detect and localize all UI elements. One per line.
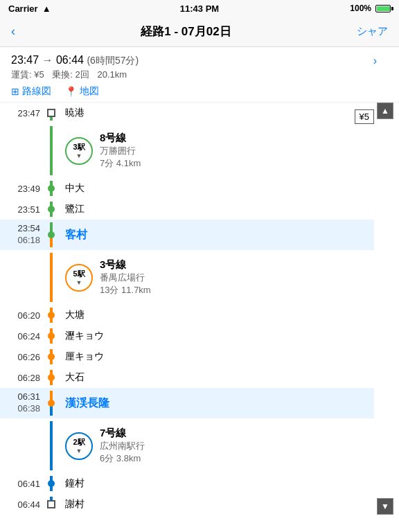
station-name: 大石 bbox=[65, 371, 85, 384]
station-row: 06:3106:38 漢渓長隆 bbox=[0, 388, 374, 418]
seg-train-info: 8号線 万勝囲行 7分 4.1km bbox=[100, 132, 141, 170]
seg-train-detail: 13分 11.7km bbox=[100, 284, 151, 296]
station-name: 鐘村 bbox=[65, 477, 85, 490]
seg-train-dest: 番禺広場行 bbox=[100, 272, 151, 284]
marker-col bbox=[44, 370, 58, 385]
seg-train-name: 3号線 bbox=[100, 258, 151, 272]
map-link[interactable]: 📍 地図 bbox=[65, 85, 99, 98]
seg-info: 2駅 ▼ 7号線 広州南駅行 6分 3.8km bbox=[65, 421, 145, 470]
marker-col bbox=[44, 476, 58, 491]
route-map-icon: ⊞ bbox=[11, 86, 19, 97]
time-col: 23:51 bbox=[8, 204, 44, 215]
summary-links: ⊞ 路線図 📍 地図 bbox=[11, 85, 388, 98]
seg-line-col bbox=[44, 126, 58, 175]
station-name: 大塘 bbox=[65, 309, 85, 321]
more-arrow-icon[interactable]: › bbox=[373, 55, 377, 67]
battery-icon bbox=[375, 5, 391, 12]
badge-stops: 3駅 bbox=[73, 142, 85, 152]
seg-train-dest: 万勝囲行 bbox=[100, 145, 141, 157]
marker-col bbox=[44, 308, 58, 323]
marker-col bbox=[44, 181, 58, 196]
map-label: 地図 bbox=[80, 85, 99, 98]
summary-times: 23:47 → 06:44 (6時間57分) bbox=[11, 54, 139, 67]
station-row: 06:28 大石 bbox=[0, 367, 374, 388]
seg-badge: 2駅 ▼ bbox=[65, 432, 93, 460]
station-name: 客村 bbox=[65, 228, 87, 242]
main-route-section: ¥5 ▲ ▼ 23:47 暁港 bbox=[0, 103, 399, 515]
scroll-up-arrow[interactable]: ▲ bbox=[377, 103, 393, 119]
station-name: 中大 bbox=[65, 182, 85, 195]
marker-col bbox=[44, 328, 58, 344]
station-row: 06:44 謝村 bbox=[0, 494, 374, 515]
marker-col bbox=[44, 202, 58, 217]
seg-line-col bbox=[44, 421, 58, 470]
status-left: Carrier ▲ bbox=[8, 3, 51, 14]
station-row: 23:47 暁港 bbox=[0, 103, 374, 123]
page-title: 経路1 - 07月02日 bbox=[141, 24, 231, 39]
seg-train-detail: 6分 3.8km bbox=[100, 452, 145, 465]
seg-badge: 3駅 ▼ bbox=[65, 137, 93, 165]
badge-arrow: ▼ bbox=[76, 447, 82, 454]
seg-line-col bbox=[44, 253, 58, 302]
seg-info: 5駅 ▼ 3号線 番禺広場行 13分 11.7km bbox=[65, 253, 151, 302]
station-row: 06:41 鐘村 bbox=[0, 473, 374, 494]
segment-row: 5駅 ▼ 3号線 番禺広場行 13分 11.7km bbox=[0, 250, 374, 305]
carrier-label: Carrier bbox=[8, 3, 38, 14]
time-col: 23:47 bbox=[8, 108, 44, 118]
app-container: Carrier ▲ 11:43 PM 100% ‹ 経路1 - 07月02日 シ… bbox=[0, 0, 399, 515]
time-col: 06:28 bbox=[8, 373, 44, 383]
route-map-link[interactable]: ⊞ 路線図 bbox=[11, 85, 51, 98]
fare-label: 運賃: bbox=[11, 69, 32, 80]
station-row: 23:5406:18 客村 bbox=[0, 220, 374, 250]
station-name: 暁港 bbox=[65, 107, 85, 119]
time-col: 06:44 bbox=[8, 499, 44, 510]
station-name: 漢渓長隆 bbox=[65, 396, 109, 411]
seg-time-col bbox=[8, 253, 44, 302]
status-right: 100% bbox=[350, 3, 391, 13]
seg-badge: 5駅 ▼ bbox=[65, 264, 93, 292]
time-col: 06:26 bbox=[8, 352, 44, 362]
status-time: 11:43 PM bbox=[180, 3, 219, 14]
marker-col bbox=[44, 391, 58, 416]
badge-arrow: ▼ bbox=[76, 152, 82, 159]
seg-info: 3駅 ▼ 8号線 万勝囲行 7分 4.1km bbox=[65, 126, 141, 175]
marker-col bbox=[44, 497, 58, 512]
fare-badge: ¥5 bbox=[355, 109, 374, 124]
fare-value: ¥5 bbox=[34, 69, 44, 80]
seg-time-col bbox=[8, 126, 44, 175]
summary-detail: 運賃: ¥5 乗換: 2回 20.1km bbox=[11, 69, 388, 81]
battery-percent: 100% bbox=[350, 3, 371, 13]
scroll-down-arrow[interactable]: ▼ bbox=[377, 498, 393, 515]
time-col: 23:49 bbox=[8, 184, 44, 194]
marker-col bbox=[44, 349, 58, 364]
time-col: 06:3106:38 bbox=[8, 391, 44, 415]
summary-section: 23:47 → 06:44 (6時間57分) › 運賃: ¥5 乗換: 2回 2… bbox=[0, 47, 399, 103]
depart-time: 23:47 bbox=[11, 54, 39, 66]
badge-arrow: ▼ bbox=[76, 279, 82, 286]
marker-col bbox=[44, 105, 58, 121]
arrow-icon: → bbox=[42, 54, 56, 66]
marker-col bbox=[44, 222, 58, 247]
segment-row: 2駅 ▼ 7号線 広州南駅行 6分 3.8km bbox=[0, 418, 374, 473]
distance-value: 20.1km bbox=[97, 69, 127, 80]
back-button[interactable]: ‹ bbox=[11, 24, 15, 39]
station-name: 厘キョウ bbox=[65, 351, 104, 363]
seg-train-info: 7号線 広州南駅行 6分 3.8km bbox=[100, 427, 145, 465]
segment-row: 3駅 ▼ 8号線 万勝囲行 7分 4.1km bbox=[0, 123, 374, 178]
wifi-icon: ▲ bbox=[42, 3, 51, 14]
arrive-time: 06:44 bbox=[56, 54, 84, 66]
badge-stops: 5駅 bbox=[73, 269, 85, 279]
seg-train-dest: 広州南駅行 bbox=[100, 440, 145, 452]
battery-fill bbox=[377, 6, 390, 11]
seg-train-detail: 7分 4.1km bbox=[100, 157, 141, 170]
seg-train-name: 8号線 bbox=[100, 132, 141, 145]
route-map-label: 路線図 bbox=[22, 85, 51, 98]
station-row: 23:49 中大 bbox=[0, 178, 374, 199]
seg-train-info: 3号線 番禺広場行 13分 11.7km bbox=[100, 258, 151, 296]
time-col: 06:24 bbox=[8, 331, 44, 342]
share-button[interactable]: シャア bbox=[357, 25, 388, 38]
station-row: 23:51 鷺江 bbox=[0, 199, 374, 220]
duration: (6時間57分) bbox=[87, 55, 139, 66]
seg-time-col bbox=[8, 421, 44, 470]
summary-row: 23:47 → 06:44 (6時間57分) › bbox=[11, 54, 388, 67]
